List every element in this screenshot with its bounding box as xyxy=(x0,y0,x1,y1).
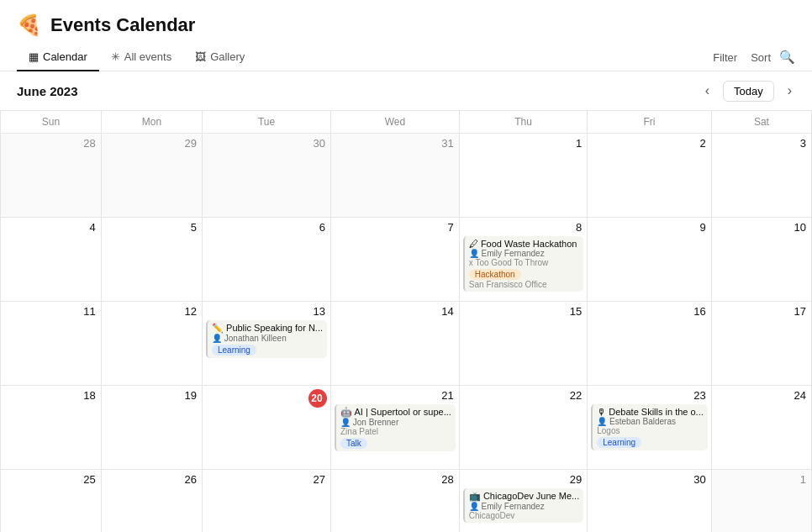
weekday-header-row: Sun Mon Tue Wed Thu Fri Sat xyxy=(1,111,812,134)
nav-tabs: ▦ Calendar ✳ All events 🖼 Gallery Filter… xyxy=(0,44,812,71)
weekday-sat: Sat xyxy=(711,111,811,134)
day-number: 22 xyxy=(463,389,583,402)
weekday-mon: Mon xyxy=(101,111,202,134)
day-number: 24 xyxy=(715,389,808,402)
calendar-day-cell[interactable]: 1 xyxy=(711,470,811,533)
day-number: 19 xyxy=(105,389,198,402)
event-card[interactable]: 🖊 Food Waste Hackathon👤 Emily Fernandezx… xyxy=(463,236,583,292)
day-number: 12 xyxy=(105,305,198,318)
calendar-day-cell[interactable]: 25 xyxy=(1,470,102,533)
day-number: 9 xyxy=(591,221,708,234)
event-org: Logos xyxy=(597,426,704,435)
weekday-sun: Sun xyxy=(1,111,102,134)
all-events-tab-label: All events xyxy=(124,50,171,63)
calendar-day-cell[interactable]: 20 xyxy=(202,386,330,470)
event-title: 🎙 Debate Skills in the o... xyxy=(597,407,704,417)
day-number: 7 xyxy=(335,221,456,234)
calendar-day-cell[interactable]: 24 xyxy=(711,386,811,470)
toolbar-right: ‹ Today › xyxy=(702,80,795,102)
event-card[interactable]: 🤖 AI | Supertool or supe...👤 Jon Brenner… xyxy=(335,404,456,451)
calendar-day-cell[interactable]: 8🖊 Food Waste Hackathon👤 Emily Fernandez… xyxy=(459,218,587,302)
calendar-day-cell[interactable]: 7 xyxy=(331,218,460,302)
tab-calendar[interactable]: ▦ Calendar xyxy=(17,44,99,71)
calendar-day-cell[interactable]: 23🎙 Debate Skills in the o...👤 Esteban B… xyxy=(588,386,712,470)
day-number: 18 xyxy=(4,389,98,402)
calendar-day-cell[interactable]: 31 xyxy=(331,134,460,218)
calendar-day-cell[interactable]: 14 xyxy=(331,302,460,386)
calendar-day-cell[interactable]: 9 xyxy=(588,218,712,302)
calendar-day-cell[interactable]: 11 xyxy=(1,302,102,386)
day-number: 4 xyxy=(4,221,98,234)
day-number: 27 xyxy=(206,473,327,486)
day-number: 1 xyxy=(463,137,583,150)
calendar-day-cell[interactable]: 16 xyxy=(588,302,712,386)
calendar-week-row: 28293031123 xyxy=(1,134,812,218)
day-number: 1 xyxy=(715,473,808,486)
calendar-day-cell[interactable]: 6 xyxy=(202,218,330,302)
day-number: 20 xyxy=(308,389,327,408)
filter-button[interactable]: Filter xyxy=(708,48,742,67)
all-events-tab-icon: ✳ xyxy=(111,50,120,63)
event-tag: Talk xyxy=(340,438,367,449)
event-host: 👤 Esteban Balderas xyxy=(597,417,704,426)
day-number: 28 xyxy=(4,137,98,150)
event-title: 📺 ChicagoDev June Me... xyxy=(469,491,579,502)
calendar-week-row: 18192021🤖 AI | Supertool or supe...👤 Jon… xyxy=(1,386,812,470)
event-location: San Fransisco Office xyxy=(469,280,579,289)
calendar-day-cell[interactable]: 21🤖 AI | Supertool or supe...👤 Jon Brenn… xyxy=(331,386,460,470)
event-card[interactable]: 🎙 Debate Skills in the o...👤 Esteban Bal… xyxy=(591,404,708,450)
tab-all-events[interactable]: ✳ All events xyxy=(99,44,183,71)
calendar-day-cell[interactable]: 30 xyxy=(588,470,712,533)
app-header: 🍕 Events Calendar xyxy=(0,0,812,44)
tab-gallery[interactable]: 🖼 Gallery xyxy=(183,44,256,71)
calendar-day-cell[interactable]: 3 xyxy=(711,134,811,218)
event-org: ChicagoDev xyxy=(469,511,579,520)
day-number: 2 xyxy=(591,137,708,150)
event-title: 🤖 AI | Supertool or supe... xyxy=(340,407,451,418)
calendar-day-cell[interactable]: 2 xyxy=(588,134,712,218)
calendar-day-cell[interactable]: 18 xyxy=(1,386,102,470)
calendar-day-cell[interactable]: 13✏️ Public Speaking for N...👤 Jonathan … xyxy=(202,302,330,386)
search-icon[interactable]: 🔍 xyxy=(779,50,795,65)
calendar-day-cell[interactable]: 29📺 ChicagoDev June Me...👤 Emily Fernand… xyxy=(459,470,587,533)
weekday-thu: Thu xyxy=(459,111,587,134)
calendar-day-cell[interactable]: 29 xyxy=(101,134,202,218)
day-number: 21 xyxy=(335,389,456,402)
calendar-day-cell[interactable]: 28 xyxy=(331,470,460,533)
prev-month-button[interactable]: ‹ xyxy=(702,80,713,102)
calendar-day-cell[interactable]: 22 xyxy=(459,386,587,470)
calendar-day-cell[interactable]: 10 xyxy=(711,218,811,302)
calendar-day-cell[interactable]: 27 xyxy=(202,470,330,533)
calendar-week-row: 111213✏️ Public Speaking for N...👤 Jonat… xyxy=(1,302,812,386)
calendar-day-cell[interactable]: 15 xyxy=(459,302,587,386)
day-number: 13 xyxy=(206,305,327,318)
gallery-tab-label: Gallery xyxy=(210,50,245,63)
calendar-day-cell[interactable]: 28 xyxy=(1,134,102,218)
day-number: 28 xyxy=(335,473,456,486)
calendar-day-cell[interactable]: 30 xyxy=(202,134,330,218)
calendar-day-cell[interactable]: 17 xyxy=(711,302,811,386)
calendar-day-cell[interactable]: 26 xyxy=(101,470,202,533)
day-number: 17 xyxy=(715,305,808,318)
event-title: 🖊 Food Waste Hackathon xyxy=(469,239,579,249)
day-number: 14 xyxy=(335,305,456,318)
today-button[interactable]: Today xyxy=(723,81,774,102)
filter-sort-area: Filter Sort 🔍 xyxy=(708,48,795,67)
event-tag: Learning xyxy=(597,437,641,448)
next-month-button[interactable]: › xyxy=(784,80,795,102)
event-card[interactable]: 📺 ChicagoDev June Me...👤 Emily Fernandez… xyxy=(463,488,583,523)
event-org: Zina Patel xyxy=(340,427,451,436)
calendar-day-cell[interactable]: 4 xyxy=(1,218,102,302)
day-number: 5 xyxy=(105,221,198,234)
calendar-week-row: 2526272829📺 ChicagoDev June Me...👤 Emily… xyxy=(1,470,812,533)
sort-button[interactable]: Sort xyxy=(746,48,776,67)
calendar-tab-icon: ▦ xyxy=(29,50,39,63)
calendar-day-cell[interactable]: 19 xyxy=(101,386,202,470)
event-org: x Too Good To Throw xyxy=(469,258,579,267)
calendar-day-cell[interactable]: 12 xyxy=(101,302,202,386)
day-number: 29 xyxy=(105,137,198,150)
calendar-day-cell[interactable]: 5 xyxy=(101,218,202,302)
day-number: 26 xyxy=(105,473,198,486)
event-card[interactable]: ✏️ Public Speaking for N...👤 Jonathan Ki… xyxy=(206,320,327,358)
calendar-day-cell[interactable]: 1 xyxy=(459,134,587,218)
